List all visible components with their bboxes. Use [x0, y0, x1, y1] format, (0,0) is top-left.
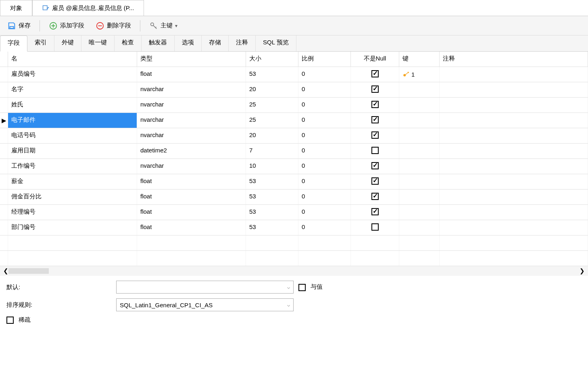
cell-scale[interactable]: 0: [298, 82, 351, 97]
cell-not-null[interactable]: [351, 144, 399, 158]
not-null-checkbox[interactable]: [371, 147, 379, 154]
tab-2[interactable]: 外键: [54, 35, 81, 51]
cell-comment[interactable]: [440, 113, 588, 128]
tab-8[interactable]: 注释: [229, 35, 256, 51]
cell-size[interactable]: 20: [246, 128, 298, 143]
cell-type[interactable]: nvarchar: [137, 82, 246, 97]
cell-type[interactable]: float: [137, 174, 246, 189]
header-size[interactable]: 大小: [246, 52, 298, 67]
not-null-checkbox[interactable]: [371, 162, 379, 169]
cell-type[interactable]: nvarchar: [137, 128, 246, 143]
table-row[interactable]: 雇员编号float5301: [0, 67, 588, 82]
cell-type[interactable]: float: [137, 67, 246, 82]
tab-5[interactable]: 触发器: [142, 35, 175, 51]
tab-7[interactable]: 存储: [202, 35, 229, 51]
cell-not-null[interactable]: [351, 67, 399, 82]
tab-object[interactable]: 对象: [0, 0, 32, 16]
cell-scale[interactable]: 0: [298, 174, 351, 189]
cell-size[interactable]: 20: [246, 82, 298, 97]
cell-key[interactable]: [399, 190, 440, 204]
cell-scale[interactable]: 0: [298, 220, 351, 235]
cell-name[interactable]: 薪金: [8, 174, 137, 189]
cell-key[interactable]: [399, 159, 440, 174]
table-row[interactable]: 雇用日期datetime270: [0, 144, 588, 159]
cell-size[interactable]: 53: [246, 174, 298, 189]
cell-comment[interactable]: [440, 205, 588, 220]
cell-not-null[interactable]: [351, 159, 399, 174]
not-null-checkbox[interactable]: [371, 208, 379, 215]
cell-key[interactable]: [399, 128, 440, 143]
header-name[interactable]: 名: [8, 52, 137, 67]
cell-scale[interactable]: 0: [298, 144, 351, 158]
cell-size[interactable]: 53: [246, 190, 298, 204]
not-null-checkbox[interactable]: [371, 116, 379, 123]
not-null-checkbox[interactable]: [371, 131, 379, 139]
cell-not-null[interactable]: [351, 98, 399, 112]
cell-key[interactable]: [399, 174, 440, 189]
cell-key[interactable]: [399, 220, 440, 235]
save-button[interactable]: 保存: [5, 20, 33, 32]
table-row[interactable]: 电话号码nvarchar200: [0, 128, 588, 144]
cell-scale[interactable]: 0: [298, 128, 351, 143]
cell-name[interactable]: 经理编号: [8, 205, 137, 220]
cell-scale[interactable]: 0: [298, 190, 351, 204]
cell-key[interactable]: [399, 144, 440, 158]
tab-0[interactable]: 字段: [0, 35, 27, 52]
cell-comment[interactable]: [440, 159, 588, 174]
cell-scale[interactable]: 0: [298, 98, 351, 112]
cell-scale[interactable]: 0: [298, 67, 351, 82]
tab-9[interactable]: SQL 预览: [256, 35, 296, 51]
header-not-null[interactable]: 不是Null: [351, 52, 399, 67]
cell-size[interactable]: 7: [246, 144, 298, 158]
cell-size[interactable]: 10: [246, 159, 298, 174]
scroll-left-icon[interactable]: ❮: [3, 267, 8, 275]
cell-type[interactable]: float: [137, 220, 246, 235]
scroll-thumb[interactable]: [8, 268, 49, 274]
cell-size[interactable]: 53: [246, 220, 298, 235]
tab-4[interactable]: 检查: [115, 35, 142, 51]
cell-scale[interactable]: 0: [298, 205, 351, 220]
cell-name[interactable]: 电子邮件: [8, 113, 137, 128]
cell-not-null[interactable]: [351, 190, 399, 204]
cell-name[interactable]: 姓氏: [8, 98, 137, 112]
cell-comment[interactable]: [440, 82, 588, 97]
cell-name[interactable]: 佣金百分比: [8, 190, 137, 204]
not-null-checkbox[interactable]: [371, 193, 379, 200]
cell-not-null[interactable]: [351, 128, 399, 143]
tab-3[interactable]: 唯一键: [81, 35, 115, 51]
cell-name[interactable]: 电话号码: [8, 128, 137, 143]
cell-name[interactable]: 雇用日期: [8, 144, 137, 158]
cell-key[interactable]: [399, 98, 440, 112]
not-null-checkbox[interactable]: [371, 101, 379, 108]
cell-type[interactable]: nvarchar: [137, 159, 246, 174]
header-type[interactable]: 类型: [137, 52, 246, 67]
cell-comment[interactable]: [440, 174, 588, 189]
cell-comment[interactable]: [440, 67, 588, 82]
sparse-checkbox-wrap[interactable]: 稀疏: [6, 316, 31, 324]
cell-not-null[interactable]: [351, 174, 399, 189]
table-row[interactable]: 部门编号float530: [0, 220, 588, 235]
default-select[interactable]: ⌵: [116, 281, 294, 294]
table-row[interactable]: 工作编号nvarchar100: [0, 159, 588, 174]
cell-size[interactable]: 25: [246, 113, 298, 128]
empty-row[interactable]: [0, 235, 588, 251]
cell-comment[interactable]: [440, 128, 588, 143]
cell-not-null[interactable]: [351, 205, 399, 220]
cell-scale[interactable]: 0: [298, 159, 351, 174]
not-null-checkbox[interactable]: [371, 85, 379, 93]
tab-6[interactable]: 选项: [175, 35, 202, 51]
table-row[interactable]: 薪金float530: [0, 174, 588, 190]
cell-scale[interactable]: 0: [298, 113, 351, 128]
empty-row[interactable]: [0, 251, 588, 266]
cell-comment[interactable]: [440, 190, 588, 204]
cell-not-null[interactable]: [351, 82, 399, 97]
tab-editor[interactable]: 雇员 @雇员信息.雇员信息 (P...: [32, 0, 144, 16]
cell-name[interactable]: 部门编号: [8, 220, 137, 235]
header-scale[interactable]: 比例: [298, 52, 351, 67]
primary-key-button[interactable]: 主键 ▾: [147, 20, 180, 32]
cell-comment[interactable]: [440, 220, 588, 235]
cell-type[interactable]: float: [137, 205, 246, 220]
cell-type[interactable]: datetime2: [137, 144, 246, 158]
collation-select[interactable]: SQL_Latin1_General_CP1_CI_AS ⌵: [116, 298, 294, 311]
not-null-checkbox[interactable]: [371, 177, 379, 185]
